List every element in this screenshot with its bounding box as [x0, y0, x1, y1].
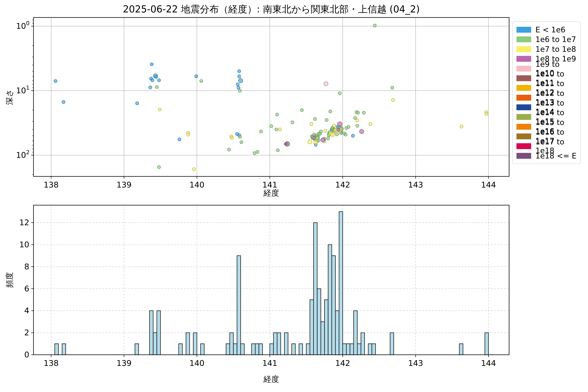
scatter-point [369, 122, 372, 126]
scatter-point [270, 124, 273, 128]
scatter-point [373, 24, 376, 27]
tick-label: 141 [262, 358, 277, 368]
tick-label: 138 [44, 358, 59, 368]
legend-label: 1e7 to 1e8 [536, 45, 576, 54]
hist-xlabel: 経度 [264, 374, 279, 384]
tick-label: 143 [408, 358, 423, 368]
scatter-point [253, 152, 256, 155]
hist-bar [361, 333, 364, 355]
scatter-point [344, 133, 347, 136]
hist-bar [226, 344, 230, 355]
scatter-point [356, 119, 359, 122]
tick-label: 10 [19, 240, 29, 249]
scatter-point [356, 111, 360, 114]
hist-bar [277, 333, 281, 355]
tick-label: 139 [116, 180, 132, 189]
scatter-point [392, 98, 394, 102]
scatter-point [356, 124, 359, 127]
legend-item-1: E < 1e6 [516, 25, 576, 34]
scatter-point [256, 150, 259, 154]
tick-label: 140 [190, 358, 204, 368]
scatter-point [275, 128, 278, 131]
hist-bar [317, 289, 321, 355]
scatter-point [158, 166, 160, 168]
tick-label: 142 [335, 180, 350, 189]
scatter-point [330, 132, 335, 137]
legend-swatch [516, 114, 531, 120]
scatter-point [314, 118, 316, 120]
hist-bar [193, 333, 197, 355]
legend-swatch [516, 85, 531, 91]
legend-item-2: 1e6 to 1e7 [516, 35, 576, 44]
hist-bar [157, 311, 160, 355]
scatter-point [236, 83, 239, 86]
scatter-point [351, 134, 354, 137]
scatter-point [150, 63, 153, 66]
legend-swatch [516, 104, 531, 110]
hist-bar [310, 300, 314, 355]
tick-label: 139 [116, 358, 132, 368]
hist-bar [292, 344, 295, 355]
hist-bar [485, 333, 488, 355]
legend-item-13: 1e17 to 1e18 [516, 142, 576, 151]
scatter-point [238, 75, 241, 78]
hist-bar [336, 311, 339, 355]
scatter-point [354, 116, 357, 120]
legend-item-3: 1e7 to 1e8 [516, 44, 576, 54]
scatter-point [329, 110, 332, 113]
hist-ylabel: 頻度 [4, 272, 15, 288]
scatter-point [158, 79, 160, 82]
earthquake-plots-canvas: 1381391401411421431441001011021381391401… [0, 0, 588, 392]
tick-label: 143 [408, 180, 423, 189]
legend-swatch [516, 75, 531, 81]
scatter-point [227, 148, 230, 151]
tick-label: 6 [24, 284, 29, 293]
hist-bar [372, 344, 376, 355]
scatter-point [154, 75, 158, 78]
scatter-xlabel: 経度 [264, 188, 279, 198]
scatter-point [362, 111, 366, 114]
scatter-point [54, 80, 57, 83]
hist-bar [186, 333, 190, 355]
scatter-point [310, 122, 313, 126]
scatter-ylabel: 深さ [4, 89, 15, 105]
hist-bar [153, 333, 157, 355]
scatter-point [276, 113, 279, 116]
scatter-point [324, 129, 327, 132]
legend-swatch [516, 143, 531, 149]
hist-bar [135, 344, 138, 355]
scatter-point [337, 128, 340, 131]
scatter-point [240, 141, 243, 144]
hist-bar [357, 344, 361, 355]
scatter-point [338, 92, 341, 95]
legend-item-14: 1e18 <= E [516, 151, 576, 160]
scatter-point [192, 168, 196, 171]
scatter-point [334, 129, 337, 132]
hist-bar [179, 344, 182, 355]
legend-swatch [516, 27, 531, 33]
scatter-point [62, 100, 65, 104]
hist-bar [368, 344, 372, 355]
legend-label: E < 1e6 [536, 25, 566, 34]
scatter-point [324, 82, 328, 86]
legend-swatch [516, 95, 531, 100]
scatter-point [260, 130, 263, 133]
hist-bar [321, 322, 324, 355]
hist-bar [237, 256, 240, 355]
scatter-point [238, 89, 242, 92]
legend-label: 1e6 to 1e7 [536, 35, 576, 44]
scatter-point [347, 126, 350, 128]
scatter-point [276, 149, 279, 152]
hist-bar [459, 344, 463, 355]
hist-bar [259, 344, 262, 355]
scatter-point [313, 136, 316, 140]
scatter-point [485, 112, 488, 116]
tick-label: 140 [190, 180, 204, 189]
hist-bar [274, 333, 277, 355]
scatter-point [278, 128, 282, 131]
hist-bar [200, 344, 204, 355]
hist-bar [240, 344, 244, 355]
scatter-point [149, 86, 152, 89]
tick-label: 12 [19, 218, 29, 227]
scatter-point [332, 124, 336, 127]
